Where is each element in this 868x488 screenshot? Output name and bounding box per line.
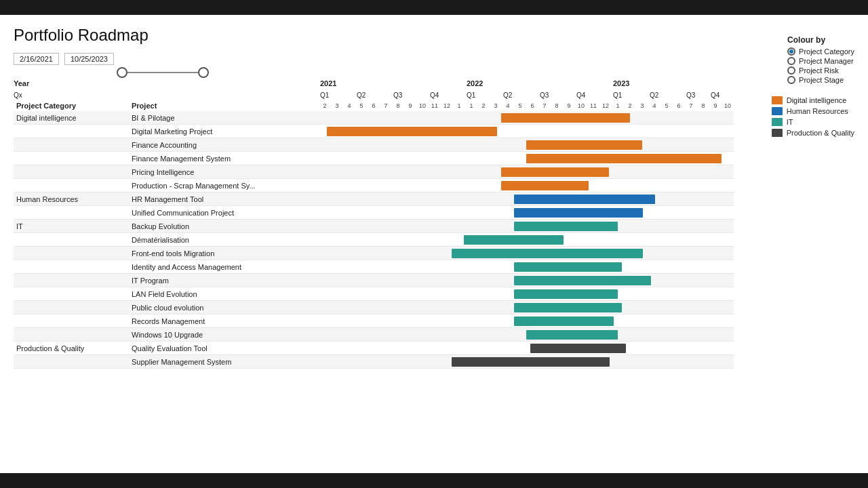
radio-circle-risk: [787, 66, 795, 75]
gantt-row: [319, 111, 734, 125]
quarter-label: Q3: [685, 92, 709, 99]
project-cell: IT Program: [129, 277, 319, 285]
gantt-bar: [501, 181, 589, 190]
start-date[interactable]: 2/16/2021: [14, 53, 59, 65]
project-cell: Production - Scrap Management Sy...: [129, 182, 319, 190]
table-row: Unified Communication Project: [14, 206, 319, 220]
date-range: 2/16/2021 10/25/2023: [14, 53, 854, 65]
week-label: 12: [599, 102, 612, 109]
left-rows: Digital intelligenceBI & PilotageDigital…: [14, 111, 319, 369]
gantt-bar: [530, 344, 626, 353]
week-label: 1: [612, 102, 624, 109]
gantt-row: [319, 247, 734, 260]
project-cell: Unified Communication Project: [129, 209, 319, 217]
radio-label-risk: Project Risk: [799, 66, 839, 75]
radio-project-category[interactable]: Project Category: [787, 47, 854, 56]
gantt-row: [319, 152, 734, 165]
week-label: 5: [355, 102, 368, 109]
qx-header: Qx: [14, 92, 22, 99]
project-cell: Windows 10 Upgrade: [129, 331, 319, 339]
left-panel: Year Qx Project Category Project: [14, 77, 319, 111]
week-label: 7: [685, 102, 697, 109]
year-label: 2022: [465, 79, 612, 87]
gantt-bar: [526, 140, 642, 150]
table-row: Digital intelligenceBI & Pilotage: [14, 111, 319, 125]
week-label: 12: [441, 102, 453, 109]
page-title: Portfolio Roadmap: [14, 26, 854, 45]
gantt-row: [319, 233, 734, 247]
radio-project-risk[interactable]: Project Risk: [787, 66, 854, 75]
gantt-row: [319, 328, 734, 342]
year-labels-row: 202120222023: [319, 77, 854, 89]
gantt-row: [319, 301, 734, 314]
gantt-bar: [514, 317, 614, 326]
gantt-row: [319, 125, 734, 138]
project-cell: Records Management: [129, 317, 319, 325]
radio-project-manager[interactable]: Project Manager: [787, 57, 854, 65]
category-cell: Production & Quality: [14, 344, 129, 352]
week-label: 1: [453, 102, 465, 109]
project-cell: HR Management Tool: [129, 195, 319, 203]
timeline-slider[interactable]: [122, 72, 203, 73]
table-row: Finance Management System: [14, 152, 319, 165]
week-label: 11: [429, 102, 441, 109]
week-label: 9: [563, 102, 575, 109]
slider-thumb-right[interactable]: [198, 67, 209, 78]
year-header: Year: [14, 79, 29, 87]
gantt-bar: [452, 249, 643, 258]
gantt-row: [319, 165, 734, 179]
week-label: 3: [490, 102, 502, 109]
gantt-bar: [526, 154, 722, 163]
week-label: 1: [465, 102, 477, 109]
project-cell: Public cloud evolution: [129, 304, 319, 312]
quarter-label: Q4: [575, 92, 612, 99]
colour-legend-title: Colour by: [787, 35, 854, 45]
project-cell: Quality Evaluation Tool: [129, 344, 319, 352]
gantt-bar: [514, 289, 618, 299]
project-cell: Finance Management System: [129, 155, 319, 163]
gantt-row: [319, 179, 734, 192]
legend-item: Digital intelligence: [772, 96, 854, 104]
gantt-bar: [464, 235, 564, 245]
top-bar: [0, 0, 868, 15]
table-row: Public cloud evolution: [14, 301, 319, 314]
week-label: 4: [648, 102, 660, 109]
project-cell: Dématérialisation: [129, 236, 319, 244]
gantt-row: [319, 342, 734, 355]
slider-thumb-left[interactable]: [117, 67, 127, 78]
year-label: 2023: [612, 79, 734, 87]
project-cell: Backup Evolution: [129, 222, 319, 230]
quarter-label: Q2: [502, 92, 538, 99]
project-cell: Finance Accounting: [129, 141, 319, 149]
quarter-label: Q4: [709, 92, 734, 99]
radio-label-category: Project Category: [799, 47, 854, 56]
quarter-label: Q3: [392, 92, 429, 99]
table-row: Human ResourcesHR Management Tool: [14, 192, 319, 206]
gantt-row: [319, 138, 734, 152]
week-label: 6: [526, 102, 538, 109]
project-cell: BI & Pilotage: [129, 114, 319, 122]
gantt-bar: [514, 195, 655, 204]
week-label: 10: [416, 102, 429, 109]
gantt-bar: [526, 330, 618, 340]
quarter-label: Q3: [538, 92, 575, 99]
table-row: Front-end tools Migration: [14, 247, 319, 260]
week-label: 2: [624, 102, 636, 109]
gantt-bar: [514, 262, 622, 272]
radio-label-manager: Project Manager: [799, 57, 854, 65]
week-label: 9: [709, 102, 722, 109]
week-label: 2: [477, 102, 490, 109]
week-label: 4: [343, 102, 355, 109]
table-row: Windows 10 Upgrade: [14, 328, 319, 342]
gantt-bar: [327, 127, 497, 136]
gantt-row: [319, 260, 734, 274]
end-date[interactable]: 10/25/2023: [64, 53, 114, 65]
week-label: 8: [697, 102, 709, 109]
week-label: 6: [368, 102, 380, 109]
category-column-header: Project Category: [14, 100, 129, 111]
gantt-row: [319, 192, 734, 206]
gantt-bar: [501, 167, 609, 177]
project-cell: Identity and Access Management: [129, 263, 319, 271]
quarter-label: Q1: [465, 92, 502, 99]
week-label: 9: [404, 102, 416, 109]
